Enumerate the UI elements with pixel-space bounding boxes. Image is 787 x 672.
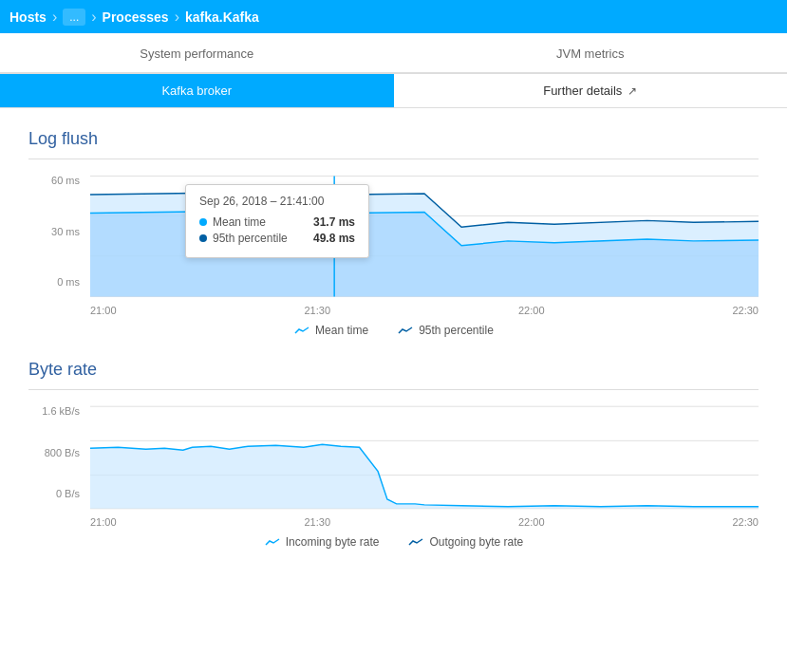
tab-row-1: System performance JVM metrics (0, 33, 787, 74)
tooltip-row-95th: 95th percentile 49.8 ms (199, 232, 355, 245)
tab-jvm-metrics[interactable]: JVM metrics (394, 33, 788, 74)
byte-rate-legend: Incoming byte rate Outgoing byte rate (28, 535, 759, 549)
log-flush-svg-container: Sep 26, 2018 – 21:41:00 Mean time 31.7 m… (90, 175, 759, 301)
legend-95th-percentile: 95th percentile (397, 324, 494, 337)
breadcrumb-sep-3: › (175, 9, 179, 26)
tooltip-date: Sep 26, 2018 – 21:41:00 (199, 195, 355, 208)
byte-rate-divider (28, 389, 759, 390)
main-content: Log flush 60 ms 30 ms 0 ms (0, 129, 787, 568)
tab-further-details[interactable]: Further details ↗ (394, 74, 788, 107)
byte-rate-svg-container (90, 405, 759, 513)
legend-incoming-icon (264, 536, 281, 548)
byte-rate-svg (90, 405, 759, 510)
tab-system-performance[interactable]: System performance (0, 33, 394, 74)
breadcrumb-dots[interactable]: ... (63, 9, 85, 26)
tab-row-2: Kafka broker Further details ↗ (0, 74, 787, 108)
breadcrumb-hosts-label: Hosts (9, 9, 47, 25)
byte-rate-chart: 1.6 kB/s 800 B/s 0 B/s (38, 405, 759, 528)
log-flush-divider (28, 159, 759, 159)
legend-outgoing-byte-rate: Outgoing byte rate (407, 535, 523, 549)
breadcrumb-sep-2: › (91, 9, 96, 26)
legend-outgoing-icon (407, 536, 424, 548)
tab-kafka-broker[interactable]: Kafka broker (0, 74, 394, 107)
legend-incoming-byte-rate: Incoming byte rate (264, 535, 380, 549)
external-link-icon: ↗ (628, 84, 637, 98)
log-flush-legend: Mean time 95th percentile (28, 324, 759, 337)
byte-rate-section: Byte rate 1.6 kB/s 800 B/s 0 B/s (28, 360, 759, 549)
byte-rate-x-labels: 21:00 21:30 22:00 22:30 (90, 513, 759, 528)
breadcrumb: Hosts › ... › Processes › kafka.Kafka (0, 0, 787, 33)
log-flush-chart: 60 ms 30 ms 0 ms (38, 175, 759, 316)
byte-rate-heading: Byte rate (28, 360, 759, 380)
legend-mean-time: Mean time (293, 324, 368, 337)
log-flush-chart-area: Sep 26, 2018 – 21:41:00 Mean time 31.7 m… (90, 175, 759, 316)
breadcrumb-kafka[interactable]: kafka.Kafka (185, 9, 259, 25)
breadcrumb-processes-label: Processes (103, 9, 169, 25)
log-flush-section: Log flush 60 ms 30 ms 0 ms (28, 129, 759, 337)
breadcrumb-processes[interactable]: Processes (103, 9, 169, 25)
breadcrumb-kafka-label: kafka.Kafka (185, 9, 259, 25)
log-flush-y-labels: 60 ms 30 ms 0 ms (38, 175, 85, 288)
log-flush-heading: Log flush (28, 129, 759, 149)
byte-rate-y-labels: 1.6 kB/s 800 B/s 0 B/s (38, 405, 85, 499)
legend-95th-icon (397, 325, 414, 336)
svg-marker-11 (90, 444, 759, 508)
breadcrumb-hosts[interactable]: Hosts (9, 9, 47, 25)
log-flush-tooltip: Sep 26, 2018 – 21:41:00 Mean time 31.7 m… (185, 184, 369, 258)
byte-rate-chart-area: 21:00 21:30 22:00 22:30 (90, 405, 759, 528)
log-flush-x-labels: 21:00 21:30 22:00 22:30 (90, 301, 759, 316)
legend-mean-time-icon (293, 325, 310, 336)
tooltip-dot-mean (199, 218, 207, 226)
tooltip-row-mean: Mean time 31.7 ms (199, 215, 355, 229)
breadcrumb-sep-1: › (52, 9, 57, 26)
tooltip-dot-95th (199, 234, 207, 242)
